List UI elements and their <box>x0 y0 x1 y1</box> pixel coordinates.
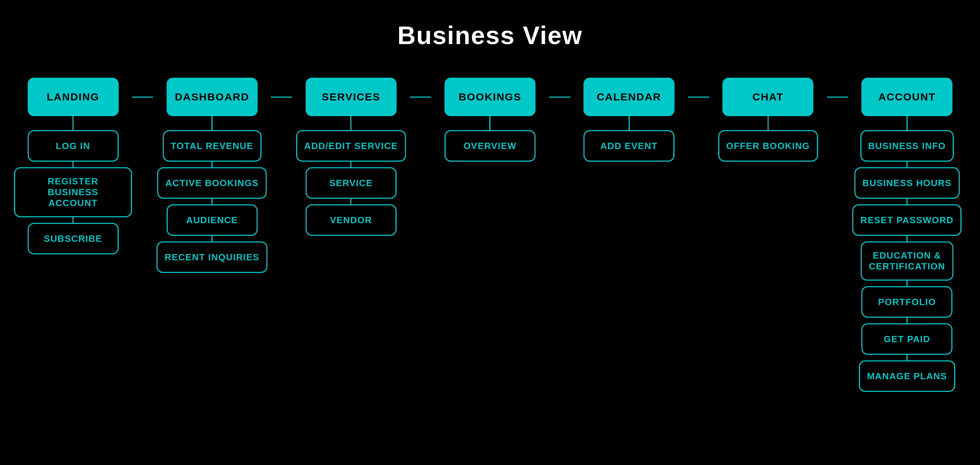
h-connector-1 <box>271 97 292 98</box>
v-connector-child-account-4 <box>907 318 908 323</box>
v-connector-child-dashboard-0 <box>212 162 212 167</box>
column-account: ACCOUNTBUSINESS INFOBUSINESS HOURSRESET … <box>848 78 966 392</box>
column-chat: CHATOFFER BOOKING <box>709 78 827 162</box>
child-node-services-2[interactable]: VENDOR <box>305 204 396 236</box>
v-connector-child-account-1 <box>907 199 908 204</box>
child-node-account-3[interactable]: EDUCATION &CERTIFICATION <box>861 241 953 281</box>
v-connector-child-services-1 <box>350 199 352 204</box>
h-connector-5 <box>827 97 848 98</box>
child-node-bookings-0[interactable]: OVERVIEW <box>444 130 536 162</box>
child-node-services-1[interactable]: SERVICE <box>305 167 396 199</box>
parent-node-calendar[interactable]: CALENDAR <box>584 78 675 116</box>
child-node-account-6[interactable]: MANAGE PLANS <box>859 360 955 392</box>
v-connector-bookings <box>489 116 490 130</box>
child-node-account-2[interactable]: RESET PASSWORD <box>852 204 961 236</box>
child-node-dashboard-0[interactable]: TOTAL REVENUE <box>163 130 261 162</box>
v-connector-chat <box>768 116 768 130</box>
column-calendar: CALENDARADD EVENT <box>570 78 688 162</box>
child-node-calendar-0[interactable]: ADD EVENT <box>584 130 675 162</box>
v-connector-child-dashboard-2 <box>212 236 212 241</box>
h-connector-3 <box>549 97 570 98</box>
h-connector-4 <box>688 97 709 98</box>
child-node-dashboard-2[interactable]: AUDIENCE <box>167 204 258 236</box>
v-connector-child-landing-1 <box>72 217 73 223</box>
page-title: Business View <box>14 21 966 50</box>
child-node-landing-0[interactable]: LOG IN <box>28 130 119 162</box>
v-connector-services <box>350 116 352 130</box>
v-connector-calendar <box>628 116 630 130</box>
column-dashboard: DASHBOARDTOTAL REVENUEACTIVE BOOKINGSAUD… <box>153 78 271 273</box>
v-connector-dashboard <box>212 116 212 130</box>
v-connector-child-dashboard-1 <box>212 199 212 204</box>
child-node-dashboard-1[interactable]: ACTIVE BOOKINGS <box>157 167 267 199</box>
v-connector-child-services-0 <box>350 162 352 167</box>
child-node-account-1[interactable]: BUSINESS HOURS <box>854 167 960 199</box>
column-services: SERVICESADD/EDIT SERVICESERVICEVENDOR <box>292 78 410 236</box>
child-node-account-4[interactable]: PORTFOLIO <box>861 286 952 318</box>
parent-node-landing[interactable]: LANDING <box>28 78 119 116</box>
v-connector-child-account-0 <box>907 162 908 167</box>
parent-node-account[interactable]: ACCOUNT <box>861 78 952 116</box>
child-node-account-0[interactable]: BUSINESS INFO <box>860 130 954 162</box>
column-landing: LANDINGLOG INREGISTERBUSINESS ACCOUNTSUB… <box>14 78 132 254</box>
column-bookings: BOOKINGSOVERVIEW <box>431 78 549 162</box>
v-connector-child-account-2 <box>907 236 908 241</box>
v-connector-account <box>907 116 908 130</box>
parent-node-services[interactable]: SERVICES <box>305 78 396 116</box>
child-node-account-5[interactable]: GET PAID <box>861 323 952 355</box>
child-node-landing-1[interactable]: REGISTERBUSINESS ACCOUNT <box>14 167 132 217</box>
h-connector-0 <box>132 97 153 98</box>
child-node-chat-0[interactable]: OFFER BOOKING <box>718 130 818 162</box>
h-connector-2 <box>410 97 431 98</box>
parent-node-bookings[interactable]: BOOKINGS <box>444 78 536 116</box>
child-node-landing-2[interactable]: SUBSCRIBE <box>28 223 119 254</box>
parent-node-chat[interactable]: CHAT <box>722 78 813 116</box>
diagram: LANDINGLOG INREGISTERBUSINESS ACCOUNTSUB… <box>14 78 966 392</box>
v-connector-child-landing-0 <box>72 162 73 167</box>
child-node-dashboard-3[interactable]: RECENT INQUIRIES <box>156 241 267 273</box>
v-connector-child-account-5 <box>907 355 908 360</box>
v-connector-child-account-3 <box>907 281 908 286</box>
v-connector-landing <box>72 116 73 130</box>
parent-node-dashboard[interactable]: DASHBOARD <box>167 78 258 116</box>
child-node-services-0[interactable]: ADD/EDIT SERVICE <box>296 130 406 162</box>
